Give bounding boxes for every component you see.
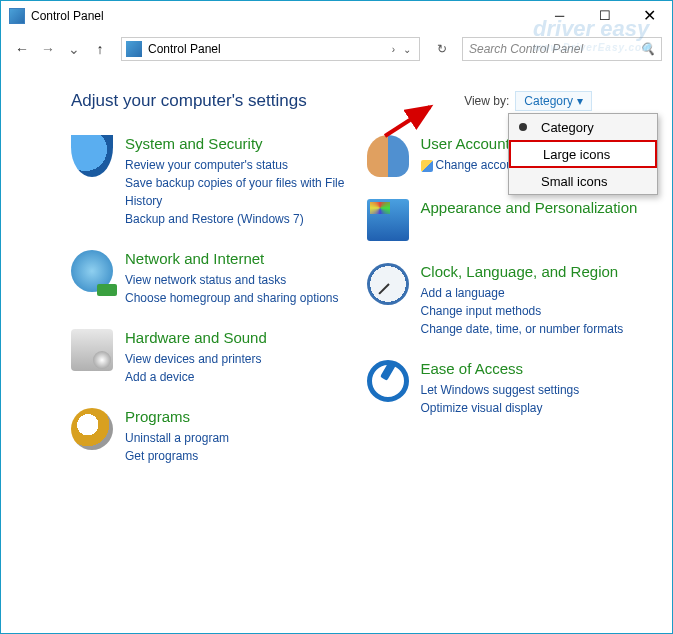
back-button[interactable]: ← bbox=[11, 38, 33, 60]
category-link[interactable]: Change date, time, or number formats bbox=[421, 320, 624, 338]
breadcrumb[interactable]: Control Panel bbox=[148, 42, 388, 56]
control-panel-icon bbox=[9, 8, 25, 24]
forward-button[interactable]: → bbox=[37, 38, 59, 60]
category-block: System and SecurityReview your computer'… bbox=[71, 135, 347, 228]
category-link[interactable]: Add a device bbox=[125, 368, 267, 386]
refresh-button[interactable]: ↻ bbox=[430, 37, 454, 61]
view-by-current: Category bbox=[524, 94, 573, 108]
svg-line-0 bbox=[385, 107, 430, 136]
shield-icon bbox=[421, 160, 433, 172]
category-block: Network and InternetView network status … bbox=[71, 250, 347, 307]
nav-toolbar: ← → ⌄ ↑ Control Panel › ⌄ ↻ Search Contr… bbox=[1, 31, 672, 67]
clock-icon bbox=[367, 263, 409, 305]
category-title[interactable]: System and Security bbox=[125, 135, 347, 153]
prog-icon bbox=[71, 408, 113, 450]
breadcrumb-chevron-icon[interactable]: › bbox=[388, 44, 399, 55]
category-link[interactable]: Save backup copies of your files with Fi… bbox=[125, 174, 347, 210]
menu-item-large-icons[interactable]: Large icons bbox=[509, 140, 657, 168]
window-controls: ─ ☐ ✕ bbox=[537, 1, 672, 29]
address-dropdown-icon[interactable]: ⌄ bbox=[399, 44, 415, 55]
left-column: System and SecurityReview your computer'… bbox=[71, 135, 347, 487]
category-title[interactable]: Ease of Access bbox=[421, 360, 580, 378]
users-icon bbox=[367, 135, 409, 177]
category-link[interactable]: Choose homegroup and sharing options bbox=[125, 289, 338, 307]
category-title[interactable]: Appearance and Personalization bbox=[421, 199, 638, 217]
category-link[interactable]: View devices and printers bbox=[125, 350, 267, 368]
category-block: Ease of AccessLet Windows suggest settin… bbox=[367, 360, 643, 417]
category-link[interactable]: Optimize visual display bbox=[421, 399, 580, 417]
search-input[interactable]: Search Control Panel 🔍 bbox=[462, 37, 662, 61]
category-block: Appearance and Personalization bbox=[367, 199, 643, 241]
category-link[interactable]: Backup and Restore (Windows 7) bbox=[125, 210, 347, 228]
category-link[interactable]: Get programs bbox=[125, 447, 229, 465]
annotation-arrow bbox=[380, 101, 440, 141]
close-button[interactable]: ✕ bbox=[627, 1, 672, 29]
maximize-button[interactable]: ☐ bbox=[582, 1, 627, 29]
category-block: Clock, Language, and RegionAdd a languag… bbox=[367, 263, 643, 338]
recent-dropdown-icon[interactable]: ⌄ bbox=[63, 38, 85, 60]
shield-icon bbox=[71, 135, 113, 177]
address-bar[interactable]: Control Panel › ⌄ bbox=[121, 37, 420, 61]
view-by-label: View by: bbox=[464, 94, 509, 108]
category-title[interactable]: Programs bbox=[125, 408, 229, 426]
content-area: Adjust your computer's settings View by:… bbox=[1, 67, 672, 497]
window-title: Control Panel bbox=[31, 9, 104, 23]
category-link[interactable]: Change input methods bbox=[421, 302, 624, 320]
category-title[interactable]: Network and Internet bbox=[125, 250, 338, 268]
titlebar: Control Panel ─ ☐ ✕ bbox=[1, 1, 672, 31]
category-link[interactable]: Uninstall a program bbox=[125, 429, 229, 447]
menu-item-category[interactable]: Category bbox=[509, 114, 657, 140]
category-link[interactable]: Let Windows suggest settings bbox=[421, 381, 580, 399]
chevron-down-icon: ▾ bbox=[577, 94, 583, 108]
up-button[interactable]: ↑ bbox=[89, 38, 111, 60]
category-link[interactable]: Add a language bbox=[421, 284, 624, 302]
view-by-menu: Category Large icons Small icons bbox=[508, 113, 658, 195]
minimize-button[interactable]: ─ bbox=[537, 1, 582, 29]
menu-item-small-icons[interactable]: Small icons bbox=[509, 168, 657, 194]
search-placeholder: Search Control Panel bbox=[469, 42, 583, 56]
ease-icon bbox=[367, 360, 409, 402]
net-icon bbox=[71, 250, 113, 292]
search-icon: 🔍 bbox=[640, 42, 655, 56]
hw-icon bbox=[71, 329, 113, 371]
app-icon bbox=[367, 199, 409, 241]
view-by-row: View by: Category ▾ bbox=[464, 91, 592, 111]
category-block: Hardware and SoundView devices and print… bbox=[71, 329, 347, 386]
address-icon bbox=[126, 41, 142, 57]
view-by-dropdown[interactable]: Category ▾ bbox=[515, 91, 592, 111]
category-title[interactable]: Clock, Language, and Region bbox=[421, 263, 624, 281]
category-link[interactable]: Review your computer's status bbox=[125, 156, 347, 174]
category-title[interactable]: Hardware and Sound bbox=[125, 329, 267, 347]
category-link[interactable]: View network status and tasks bbox=[125, 271, 338, 289]
category-block: ProgramsUninstall a programGet programs bbox=[71, 408, 347, 465]
